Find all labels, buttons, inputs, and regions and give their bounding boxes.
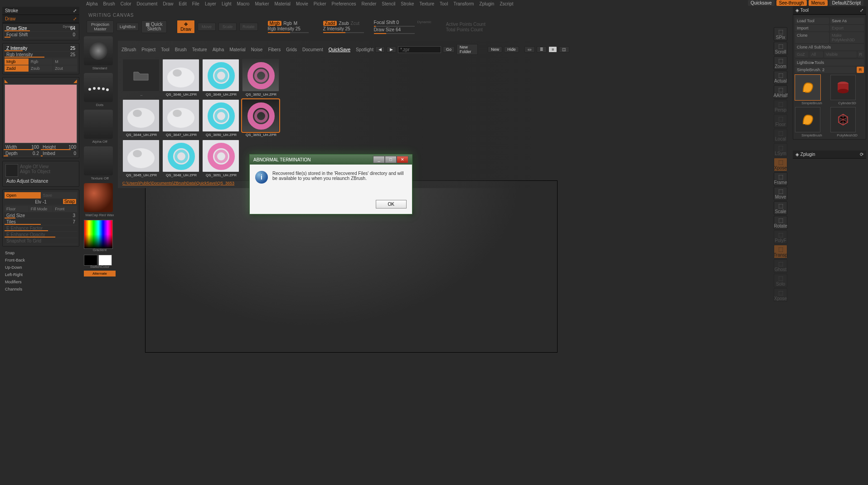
m-toggle[interactable]: M — [294, 21, 297, 26]
draw-mode-button[interactable]: ✥Draw — [177, 20, 195, 34]
lb-thumb[interactable] — [122, 59, 160, 92]
draw-size-slider[interactable]: Draw Size64 Dynamic — [5, 25, 77, 32]
lb-thumb[interactable] — [122, 99, 160, 132]
width-slider[interactable]: Width100 — [4, 144, 41, 150]
lb-tab-texture[interactable]: Texture — [192, 47, 207, 52]
right-tool-move[interactable]: ⬚Move — [774, 187, 787, 200]
stroke-header[interactable]: Stroke⤢ — [2, 7, 79, 15]
lb-thumb[interactable] — [242, 59, 279, 92]
color-black[interactable] — [84, 255, 97, 266]
enhance-factor-slider[interactable]: E Enhance Factor — [5, 225, 77, 232]
lb-item[interactable]: .. — [122, 59, 160, 97]
menu-preferences[interactable]: Preferences — [332, 1, 356, 8]
alpha-off[interactable] — [84, 110, 113, 139]
lb-tab-fibers[interactable]: Fibers — [268, 47, 281, 52]
draw-header[interactable]: Draw⤢ — [2, 15, 79, 23]
dialog-titlebar[interactable]: ABNORMAL TERMINATION _ □ ✕ — [250, 155, 412, 165]
new-folder-button[interactable]: New Folder — [456, 44, 478, 55]
lb-item[interactable]: QS_3650_UH.ZPR — [202, 99, 240, 137]
save-as-button[interactable]: Save As — [830, 18, 864, 24]
lb-thumb[interactable] — [202, 140, 239, 172]
minimize-button[interactable]: _ — [373, 156, 385, 163]
lb-thumb[interactable] — [202, 59, 239, 92]
lb-tab-grids[interactable]: Grids — [286, 47, 297, 52]
expand-icon[interactable]: ⟳ — [860, 152, 863, 157]
snapshot-to-grid[interactable]: Snapshot To Grid — [5, 238, 77, 244]
grid-size-slider[interactable]: Grid Size3 — [5, 213, 77, 219]
move-mode-button[interactable]: Move — [198, 23, 216, 31]
fill-mode-button[interactable]: Fill Mode — [29, 206, 53, 212]
lb-item[interactable]: QS_3645_UH.ZPR — [122, 140, 160, 177]
angle-of-view[interactable]: Angle Of View — [20, 164, 76, 169]
right-tool-rotate[interactable]: ⬚Rotate — [774, 216, 787, 229]
height-slider[interactable]: Height100 — [41, 144, 78, 150]
rgb-intensity-slider-top[interactable]: Rgb Intensity 25 — [268, 26, 309, 33]
lb-tab-document[interactable]: Document — [302, 47, 323, 52]
menu-color[interactable]: Color — [121, 1, 131, 8]
z-intensity-slider[interactable]: Z Intensity25 — [5, 45, 77, 52]
lb-item[interactable]: QS_3653_UH.ZPR — [242, 99, 280, 137]
menu-render[interactable]: Render — [362, 1, 377, 8]
front-button[interactable]: Front — [53, 206, 77, 212]
lb-item[interactable]: QS_3646_UH.ZPR — [162, 59, 200, 97]
go-button[interactable]: Go — [443, 46, 455, 53]
elv-slider[interactable]: Elv -1 Snap — [5, 199, 77, 205]
lb-item[interactable]: QS_3644_UH.ZPR — [122, 99, 160, 137]
menu-stencil[interactable]: Stencil — [382, 1, 395, 8]
menu-draw[interactable]: Draw — [163, 1, 173, 8]
menu-light[interactable]: Light — [222, 1, 232, 8]
right-tool-solo[interactable]: ⬚Solo — [774, 274, 787, 287]
color-picker[interactable] — [84, 220, 113, 249]
save-button[interactable]: Save — [41, 192, 78, 199]
new-button[interactable]: New — [488, 46, 502, 53]
lightbox-button[interactable]: LightBox — [116, 23, 139, 31]
goz-all-button[interactable]: All — [810, 51, 823, 58]
z-intensity-slider-top[interactable]: Z Intensity 25 — [323, 26, 364, 33]
prev-button[interactable]: ◀ — [375, 46, 385, 53]
right-tool-xpose[interactable]: ⬚Xpose — [774, 158, 787, 171]
depth-slider[interactable]: Depth0.2 — [4, 150, 41, 157]
menu-material[interactable]: Material — [275, 1, 291, 8]
left-menu-snap[interactable]: Snap — [2, 249, 79, 257]
align-to-object[interactable]: Align To Object — [20, 169, 76, 174]
lightbox-tools-button[interactable]: Lightbox▸Tools — [795, 59, 864, 66]
zsub-button[interactable]: Zsub — [29, 65, 53, 72]
zcut-toggle[interactable]: Zcut — [351, 21, 359, 26]
lb-tab-project[interactable]: Project — [141, 47, 155, 52]
menu-tool[interactable]: Tool — [440, 1, 448, 8]
zcut-button[interactable]: Zcut — [53, 65, 77, 72]
auto-adjust-distance[interactable]: Auto Adjust Distance — [5, 178, 77, 184]
expand-icon[interactable]: ⤢ — [73, 8, 77, 13]
clone-button[interactable]: Clone — [795, 32, 829, 43]
lb-tab-spotlight[interactable]: Spotlight — [356, 47, 373, 52]
rgb-intensity-slider[interactable]: Rgb Intensity25 — [5, 52, 77, 58]
menu-file[interactable]: File — [192, 1, 199, 8]
load-tool-button[interactable]: Load Tool — [795, 18, 829, 24]
left-menu-front-back[interactable]: Front-Back — [2, 257, 79, 264]
menu-brush[interactable]: Brush — [103, 1, 115, 8]
lb-thumb[interactable] — [162, 140, 199, 172]
lb-item[interactable]: QS_3649_UH.ZPR — [202, 59, 240, 97]
goz-r-button[interactable]: R — [858, 51, 864, 58]
ok-button[interactable]: OK — [376, 200, 407, 209]
menu-transform[interactable]: Transform — [453, 1, 474, 8]
color-swatch[interactable] — [5, 84, 77, 143]
right-tool-transp[interactable]: ⬚Transp — [774, 245, 787, 258]
menu-macro[interactable]: Macro — [237, 1, 250, 8]
m-button[interactable]: M — [53, 58, 77, 65]
alternate-button[interactable]: Alternate — [84, 271, 116, 276]
tool-thumb-polymesh3d[interactable] — [830, 107, 856, 132]
swatch-handle-left[interactable]: ◣ — [5, 78, 8, 83]
tiles-slider[interactable]: Tiles7 — [5, 219, 77, 225]
projection-master-button[interactable]: Projection Master — [87, 20, 114, 33]
scale-mode-button[interactable]: Scale — [218, 23, 237, 31]
seethrough-tab[interactable]: See-through — [776, 0, 807, 6]
zsub-toggle[interactable]: Zsub — [339, 21, 349, 26]
zplugin-header[interactable]: ◈ Zplugin⟳ — [793, 150, 866, 159]
tool-thumb-simplebrush[interactable] — [795, 75, 820, 100]
view-icons-4[interactable]: ◫ — [559, 46, 569, 53]
zadd-button[interactable]: Zadd — [5, 65, 29, 72]
zadd-toggle[interactable]: Zadd — [323, 21, 337, 26]
menu-marker[interactable]: Marker — [255, 1, 269, 8]
lb-tab-zbrush[interactable]: ZBrush — [121, 47, 136, 52]
